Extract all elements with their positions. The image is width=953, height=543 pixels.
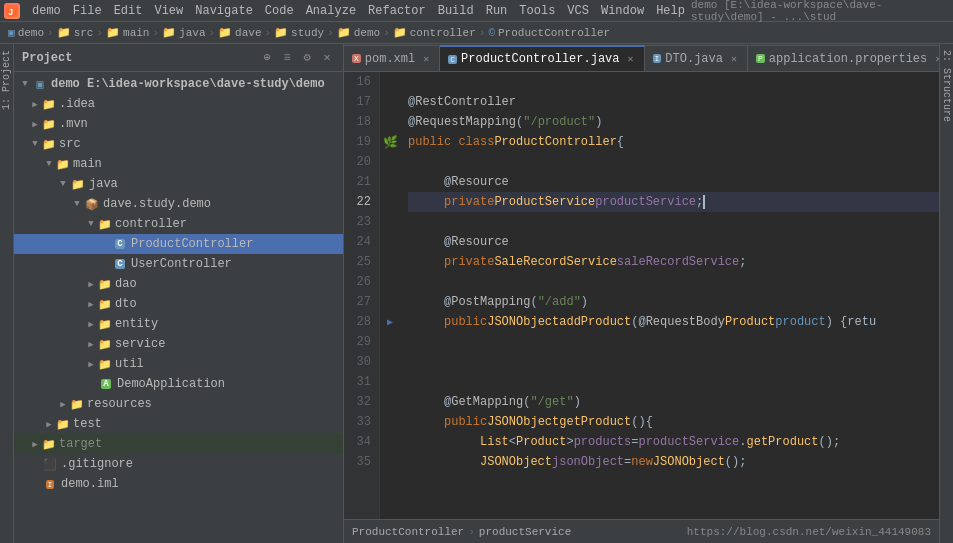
tree-item-demoapplication[interactable]: A DemoApplication [14,374,343,394]
tab-label: ProductController.java [461,52,619,66]
code-line-31 [408,372,939,392]
code-line-35: JSONObject jsonObject = new JSONObject()… [408,452,939,472]
line-num-30: 30 [344,352,379,372]
gutter-24 [380,232,400,252]
right-sidebar: 2: Structure [939,44,953,543]
tree-label: UserController [131,257,232,271]
menu-analyze[interactable]: Analyze [300,0,362,21]
tree-item-java[interactable]: ▼ 📁 java [14,174,343,194]
breadcrumb-study[interactable]: 📁 study [274,26,324,39]
tree-item-util[interactable]: ▶ 📁 util [14,354,343,374]
tree-item-src[interactable]: ▼ 📁 src [14,134,343,154]
breadcrumb-demo[interactable]: ▣ demo [8,26,44,39]
expand-arrow: ▼ [70,197,84,211]
close-panel-icon[interactable]: ✕ [319,50,335,66]
folder-icon: 📁 [42,437,56,451]
expand-arrow: ▶ [84,277,98,291]
tab-close-icon[interactable]: ✕ [423,53,429,65]
menu-tools[interactable]: Tools [513,0,561,21]
code-line-18: @RequestMapping("/product") [408,112,939,132]
line-num-19: 19 [344,132,379,152]
breadcrumb-src[interactable]: 📁 src [57,26,94,39]
tree-item-service[interactable]: ▶ 📁 service [14,334,343,354]
menu-demo[interactable]: demo [26,0,67,21]
tree-item-package[interactable]: ▼ 📦 dave.study.demo [14,194,343,214]
tree-item-gitignore[interactable]: ⬛ .gitignore [14,454,343,474]
menubar: J demo File Edit View Navigate Code Anal… [0,0,953,22]
line-num-21: 21 [344,172,379,192]
xml-tab-icon: X [352,54,361,63]
tree-label: resources [87,397,152,411]
gutter-21 [380,172,400,192]
menu-code[interactable]: Code [259,0,300,21]
menu-file[interactable]: File [67,0,108,21]
breadcrumb-productcontroller[interactable]: © ProductController [488,27,610,39]
tree-item-idea[interactable]: ▶ 📁 .idea [14,94,343,114]
breadcrumb-dave[interactable]: 📁 dave [218,26,261,39]
options-icon[interactable]: ≡ [279,50,295,66]
tab-application[interactable]: P application.properties ✕ [748,45,939,71]
code-line-29 [408,332,939,352]
line-num-17: 17 [344,92,379,112]
tree-label: DemoApplication [117,377,225,391]
code-line-28: public JSONObject addProduct(@RequestBod… [408,312,939,332]
line-num-26: 26 [344,272,379,292]
java-tab-icon: C [448,55,457,64]
breadcrumb-demo2[interactable]: 📁 demo [337,26,380,39]
tree-item-dao[interactable]: ▶ 📁 dao [14,274,343,294]
menu-window[interactable]: Window [595,0,650,21]
tree-label: .gitignore [61,457,133,471]
tab-close-icon[interactable]: ✕ [731,53,737,65]
app-logo: J [4,3,20,19]
menu-vcs[interactable]: VCS [561,0,595,21]
menu-refactor[interactable]: Refactor [362,0,432,21]
tree-item-test[interactable]: ▶ 📁 test [14,414,343,434]
status-bar: ProductController › productService https… [344,519,939,543]
expand-arrow [28,457,42,471]
tab-close-icon[interactable]: ✕ [628,53,634,65]
code-line-22: private ProductService productService; [408,192,939,212]
tree-label: .mvn [59,117,88,131]
tab-dto[interactable]: I DTO.java ✕ [645,45,748,71]
menu-build[interactable]: Build [432,0,480,21]
tree-item-usercontroller[interactable]: C UserController [14,254,343,274]
breadcrumb-java[interactable]: 📁 java [162,26,205,39]
project-tree: ▼ ▣ demo E:\idea-workspace\dave-study\de… [14,72,343,543]
editor: X pom.xml ✕ C ProductController.java ✕ I… [344,44,939,543]
tree-item-productcontroller[interactable]: C ProductController [14,234,343,254]
menu-run[interactable]: Run [480,0,514,21]
tree-item-entity[interactable]: ▶ 📁 entity [14,314,343,334]
code-area[interactable]: @RestController @RequestMapping("/produc… [400,72,939,519]
package-icon: 📦 [84,196,100,212]
breadcrumb-controller[interactable]: 📁 controller [393,26,476,39]
tree-item-mvn[interactable]: ▶ 📁 .mvn [14,114,343,134]
collapse-all-icon[interactable]: ⊕ [259,50,275,66]
code-line-17: @RestController [408,92,939,112]
gutter-20 [380,152,400,172]
menu-navigate[interactable]: Navigate [189,0,259,21]
editor-content: 16 17 18 19 20 21 22 23 24 25 26 27 28 2… [344,72,939,519]
code-line-24: @Resource [408,232,939,252]
tree-item-main[interactable]: ▼ 📁 main [14,154,343,174]
breadcrumb: ▣ demo › 📁 src › 📁 main › 📁 java › 📁 dav… [0,22,953,44]
breadcrumb-main[interactable]: 📁 main [106,26,149,39]
tab-productcontroller[interactable]: C ProductController.java ✕ [440,45,644,71]
gutter-30 [380,352,400,372]
tree-label: test [73,417,102,431]
tree-item-dto[interactable]: ▶ 📁 dto [14,294,343,314]
tree-item-demoiml[interactable]: I demo.iml [14,474,343,494]
tree-item-resources[interactable]: ▶ 📁 resources [14,394,343,414]
project-panel: Project ⊕ ≡ ⚙ ✕ ▼ ▣ demo E:\idea-workspa… [14,44,344,543]
settings-icon[interactable]: ⚙ [299,50,315,66]
menu-help[interactable]: Help [650,0,691,21]
menu-edit[interactable]: Edit [108,0,149,21]
tree-item-controller[interactable]: ▼ 📁 controller [14,214,343,234]
project-tab-label[interactable]: 1: Project [1,50,12,110]
tab-pom[interactable]: X pom.xml ✕ [344,45,440,71]
line-num-18: 18 [344,112,379,132]
status-url[interactable]: https://blog.csdn.net/weixin_44149083 [687,526,931,538]
menu-view[interactable]: View [148,0,189,21]
tree-item-demo[interactable]: ▼ ▣ demo E:\idea-workspace\dave-study\de… [14,74,343,94]
tree-item-target[interactable]: ▶ 📁 target [14,434,343,454]
structure-tab-label[interactable]: 2: Structure [941,50,952,122]
